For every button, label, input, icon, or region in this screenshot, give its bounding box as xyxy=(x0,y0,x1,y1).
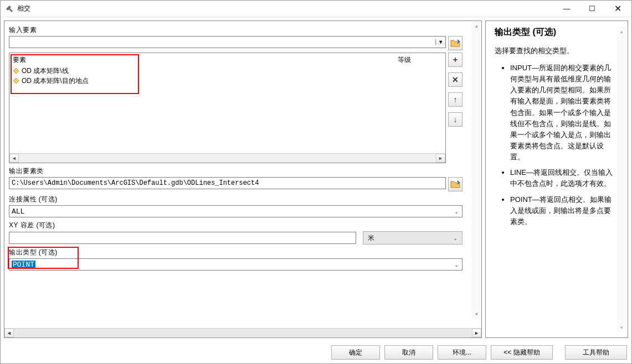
input-features-field[interactable] xyxy=(9,37,435,48)
dropdown-arrow-icon[interactable]: ▼ xyxy=(435,39,445,45)
scroll-right-icon[interactable]: ► xyxy=(472,329,481,337)
output-fc-row xyxy=(9,177,463,191)
join-attr-value: ALL xyxy=(12,207,24,216)
output-fc-label: 输出要素类 xyxy=(9,167,463,176)
help-pane: 输出类型 (可选) 选择要查找的相交类型。 INPUT—所返回的相交要素的几何类… xyxy=(485,20,628,338)
feature-list[interactable]: 要素 等级 OD 成本矩阵\线 OD 成本矩阵\目的地点 xyxy=(9,53,446,163)
scroll-down-icon[interactable]: ▾ xyxy=(617,323,626,332)
output-fc-field[interactable] xyxy=(9,177,446,189)
header-rank: 等级 xyxy=(398,55,442,65)
join-attr-label: 连接属性 (可选) xyxy=(9,195,463,204)
hammer-icon xyxy=(5,4,14,13)
help-desc: 选择要查找的相交类型。 xyxy=(495,46,614,56)
remove-button[interactable]: ✕ xyxy=(448,72,463,87)
input-features-combo[interactable]: ▼ xyxy=(9,36,446,48)
help-title: 输出类型 (可选) xyxy=(495,27,614,38)
xy-tol-unit-value: 米 xyxy=(368,233,374,243)
xy-tol-label: XY 容差 (可选) xyxy=(9,221,463,230)
form-content: 输入要素 ▼ 要素 xyxy=(4,21,481,328)
browse-input-button[interactable] xyxy=(448,36,463,50)
header-feature: 要素 xyxy=(13,55,398,65)
feature-items: OD 成本矩阵\线 OD 成本矩阵\目的地点 xyxy=(9,66,445,153)
scroll-right-icon[interactable]: ► xyxy=(436,154,445,163)
arrow-down-icon: ↓ xyxy=(454,115,458,124)
form-pane: 输入要素 ▼ 要素 xyxy=(4,20,482,338)
list-item-label: OD 成本矩阵\线 xyxy=(22,66,69,76)
help-content: 输出类型 (可选) 选择要查找的相交类型。 INPUT—所返回的相交要素的几何类… xyxy=(486,21,628,337)
titlebar: 相交 — ☐ ✕ xyxy=(1,1,631,17)
help-item: INPUT—所返回的相交要素的几何类型与具有最低维度几何的输入要素的几何类型相同… xyxy=(510,63,614,163)
hide-help-button[interactable]: << 隐藏帮助 xyxy=(491,345,553,360)
help-item: POINT—将返回点相交。如果输入是线或面，则输出将是多点要素类。 xyxy=(510,194,614,227)
help-vscroll[interactable]: ▴ ▾ xyxy=(617,27,626,332)
arrow-up-icon: ↑ xyxy=(454,95,458,104)
join-attr-select[interactable]: ALL ⌄ xyxy=(9,205,463,217)
feature-list-hscroll[interactable]: ◄ ► xyxy=(9,153,445,163)
xy-tol-unit-select[interactable]: 米 ⌄ xyxy=(363,231,463,245)
output-type-select[interactable]: POINT ⌄ xyxy=(9,258,463,271)
scroll-track[interactable] xyxy=(617,36,626,323)
environments-button[interactable]: 环境... xyxy=(438,345,486,360)
layer-icon xyxy=(13,67,19,74)
output-type-block: 输出类型 (可选) POINT ⌄ xyxy=(9,248,463,271)
close-button[interactable]: ✕ xyxy=(605,1,630,17)
xy-tol-row: 米 ⌄ xyxy=(9,231,463,245)
xy-tol-field[interactable] xyxy=(9,232,356,244)
scroll-track[interactable] xyxy=(472,30,481,309)
form-vscroll[interactable]: ▲ ▼ xyxy=(472,21,481,319)
chevron-down-icon: ⌄ xyxy=(454,262,459,268)
form-area: 输入要素 ▼ 要素 xyxy=(4,21,481,328)
help-inner: 输出类型 (可选) 选择要查找的相交类型。 INPUT—所返回的相交要素的几何类… xyxy=(495,27,617,332)
tool-help-button[interactable]: 工具帮助 xyxy=(565,345,627,360)
dialog-footer: 确定 取消 环境... << 隐藏帮助 工具帮助 xyxy=(1,341,631,363)
maximize-button[interactable]: ☐ xyxy=(579,1,605,17)
output-type-value: POINT xyxy=(12,261,35,269)
scroll-left-icon[interactable]: ◄ xyxy=(4,329,14,337)
browse-output-button[interactable] xyxy=(448,177,463,191)
chevron-down-icon: ⌄ xyxy=(454,209,459,215)
form-hscroll[interactable]: ◄ ► xyxy=(4,328,481,337)
chevron-down-icon: ⌄ xyxy=(453,235,458,241)
scroll-left-icon[interactable]: ◄ xyxy=(9,154,19,163)
output-type-label: 输出类型 (可选) xyxy=(9,248,463,257)
help-item: LINE—将返回线相交。仅当输入中不包含点时，此选项才有效。 xyxy=(510,167,614,189)
scroll-up-icon[interactable]: ▲ xyxy=(472,21,481,30)
scroll-down-icon[interactable]: ▼ xyxy=(472,309,481,319)
cancel-button[interactable]: 取消 xyxy=(384,345,433,360)
scroll-track[interactable] xyxy=(14,329,472,337)
input-features-label: 输入要素 xyxy=(9,25,463,35)
list-item-label: OD 成本矩阵\目的地点 xyxy=(22,76,89,86)
help-list: INPUT—所返回的相交要素的几何类型与具有最低维度几何的输入要素的几何类型相同… xyxy=(495,63,614,227)
dialog-body: 输入要素 ▼ 要素 xyxy=(1,17,631,341)
scroll-track[interactable] xyxy=(19,154,436,163)
list-item[interactable]: OD 成本矩阵\线 xyxy=(13,66,442,76)
add-button[interactable]: ＋ xyxy=(448,53,463,67)
input-features-row: ▼ xyxy=(9,36,463,50)
ok-button[interactable]: 确定 xyxy=(331,345,380,360)
move-down-button[interactable]: ↓ xyxy=(448,112,463,127)
plus-icon: ＋ xyxy=(451,55,459,65)
scroll-up-icon[interactable]: ▴ xyxy=(617,27,626,36)
x-icon: ✕ xyxy=(452,75,459,84)
list-item[interactable]: OD 成本矩阵\目的地点 xyxy=(13,76,442,86)
feature-list-header: 要素 等级 xyxy=(9,53,445,66)
minimize-button[interactable]: — xyxy=(554,1,579,17)
layer-icon xyxy=(13,77,19,84)
move-up-button[interactable]: ↑ xyxy=(448,92,463,107)
list-tools: ＋ ✕ ↑ ↓ xyxy=(448,53,463,163)
dialog-window: 相交 — ☐ ✕ 输入要素 ▼ xyxy=(0,0,632,364)
feature-block: 要素 等级 OD 成本矩阵\线 OD 成本矩阵\目的地点 xyxy=(9,53,463,163)
window-title: 相交 xyxy=(17,4,554,13)
